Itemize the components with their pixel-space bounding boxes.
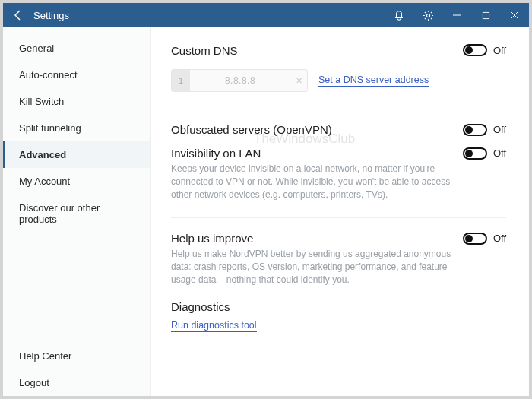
dns-input[interactable]: 1 8.8.8.8 ✕ [171, 69, 308, 92]
obfuscated-toggle-state: Off [493, 124, 506, 135]
custom-dns-toggle[interactable] [463, 44, 487, 56]
help-improve-toggle-state: Off [493, 233, 506, 244]
invisibility-toggle[interactable] [463, 147, 487, 160]
minimize-button[interactable] [442, 3, 471, 27]
help-improve-desc: Help us make NordVPN better by sending u… [171, 248, 460, 286]
sidebar-item-split-tunneling[interactable]: Split tunneling [3, 115, 150, 141]
invisibility-desc: Keeps your device invisible on a local n… [171, 163, 460, 201]
settings-content: Custom DNS Off 1 8.8.8.8 ✕ Set a DNS ser… [151, 27, 529, 396]
obfuscated-title: Obfuscated servers (OpenVPN) [171, 123, 332, 136]
help-improve-toggle[interactable] [463, 233, 487, 245]
sidebar-item-logout[interactable]: Logout [3, 369, 150, 396]
gear-icon[interactable] [413, 3, 442, 27]
divider [171, 217, 506, 218]
help-improve-title: Help us improve [171, 232, 253, 245]
sidebar-item-kill-switch[interactable]: Kill Switch [3, 88, 150, 115]
svg-rect-1 [483, 12, 489, 18]
divider [171, 109, 506, 109]
svg-point-0 [426, 14, 429, 17]
dns-clear-icon[interactable]: ✕ [290, 70, 307, 91]
back-button[interactable] [3, 9, 33, 21]
dns-index: 1 [172, 70, 190, 91]
run-diagnostics-link[interactable]: Run diagnostics tool [171, 320, 257, 332]
custom-dns-toggle-state: Off [493, 45, 506, 56]
maximize-button[interactable] [471, 3, 500, 27]
bell-icon[interactable] [385, 3, 413, 27]
sidebar-item-help-center[interactable]: Help Center [3, 343, 150, 369]
sidebar: General Auto-connect Kill Switch Split t… [3, 27, 151, 396]
custom-dns-title: Custom DNS [171, 44, 238, 57]
window-title: Settings [33, 10, 69, 21]
title-bar: Settings [3, 3, 529, 27]
invisibility-title: Invisibility on LAN [171, 147, 261, 160]
sidebar-item-auto-connect[interactable]: Auto-connect [3, 62, 150, 88]
set-dns-link[interactable]: Set a DNS server address [318, 74, 429, 87]
invisibility-toggle-state: Off [493, 147, 506, 159]
dns-placeholder: 8.8.8.8 [190, 75, 290, 86]
diagnostics-title: Diagnostics [171, 300, 506, 313]
close-button[interactable] [500, 3, 529, 27]
sidebar-item-advanced[interactable]: Advanced [3, 141, 150, 168]
sidebar-item-my-account[interactable]: My Account [3, 168, 150, 195]
sidebar-item-discover[interactable]: Discover our other products [3, 195, 150, 233]
sidebar-item-general[interactable]: General [3, 35, 150, 62]
obfuscated-toggle[interactable] [463, 124, 487, 136]
